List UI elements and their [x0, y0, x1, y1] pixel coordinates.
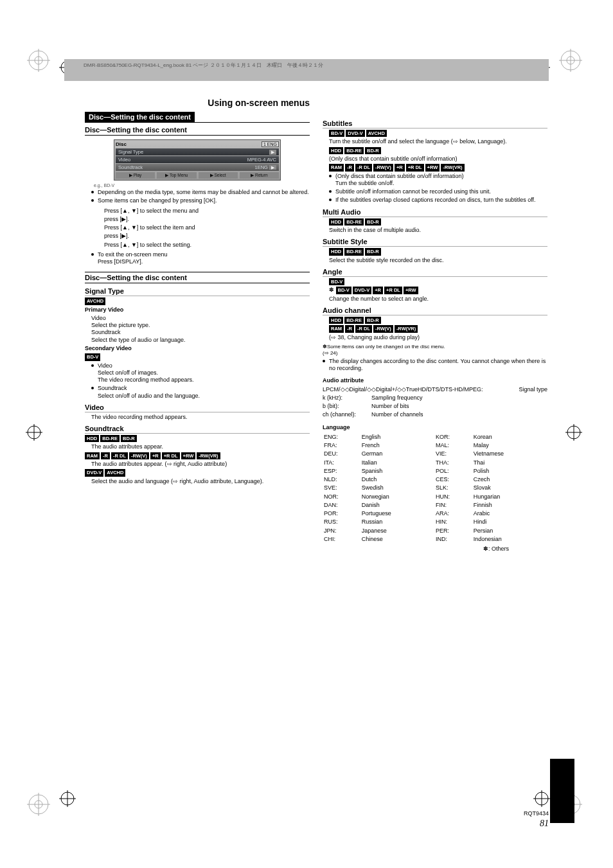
crosshair-ml: [26, 424, 42, 441]
sub-bullet-3: If the subtitles overlap closed captions…: [335, 197, 547, 204]
audio-attr-list: LPCM/◇◇Digital/◇◇Digital+/◇◇TrueHD/DTS/D…: [323, 386, 515, 393]
angle-title: Angle: [323, 268, 547, 277]
mock-lock: 1 ENG: [262, 141, 279, 147]
disc-subtitle: Disc—Setting the disc content: [85, 125, 310, 136]
language-table: ENG:EnglishKOR:KoreanFRA:FrenchMAL:Malay…: [323, 432, 547, 544]
angle-body: Change the number to select an angle.: [323, 296, 547, 303]
mock-title: Disc: [116, 141, 127, 147]
badge-avchd: AVCHD: [85, 297, 105, 305]
audio-channel-body: (⇨ 38, Changing audio during play): [323, 334, 547, 341]
mock-note: e.g., BD-V: [94, 183, 310, 188]
multi-audio-title: Multi Audio: [323, 208, 547, 217]
section-title-right: Using on-screen menus: [85, 98, 310, 108]
secondary-video-body: VideoSelect on/off of images.The video r…: [85, 362, 310, 400]
disc-menu-note: ✽Some items can only be changed on the d…: [323, 344, 547, 357]
soundtrack-line-3: Select the audio and language (⇨ right, …: [85, 478, 310, 485]
right-icon: ▶: [121, 216, 126, 222]
crosshair-bl: [59, 790, 76, 807]
subtitles-title: Subtitles: [323, 120, 547, 128]
sub-bullet-1: (Only discs that contain subtitle on/off…: [335, 173, 547, 188]
video-title: Video: [85, 403, 310, 412]
nav-instructions: Press [▲, ▼] to select the menu and pres…: [85, 208, 310, 249]
crosshair-mr: [565, 424, 582, 441]
secondary-video-title: Secondary Video: [85, 345, 132, 351]
badge-bdv: BD-V: [85, 353, 100, 360]
mock-footer: ▶ Play ▶ Top Menu ▶ Select ▶ Return: [116, 172, 279, 179]
subtitle-style-title: Subtitle Style: [323, 238, 547, 247]
left-column: Using on-screen menus Disc—Setting the d…: [85, 98, 310, 553]
exit-note: To exit the on-screen menu Press [DISPLA…: [98, 251, 310, 266]
disc-black-title: Disc—Setting the disc content: [85, 112, 195, 122]
crosshair-br: [533, 790, 550, 807]
up-down-icon: ▲, ▼: [122, 224, 137, 231]
mock-row-video: VideoMPEG-4 AVC: [116, 156, 279, 163]
up-down-icon: ▲, ▼: [122, 242, 137, 248]
reg-mark-bl: [27, 793, 50, 816]
disc-header-bar: Disc—Setting the disc content: [85, 112, 310, 123]
subtitles-text-2: (Only discs that contain subtitle on/off…: [323, 155, 547, 163]
soundtrack-line-2: The audio attributes appear. (⇨ right, A…: [85, 461, 310, 468]
print-run-header: DMR-BS850&750EG-RQT9434-L_eng.book 81 ペー…: [64, 59, 549, 81]
audio-channel-title: Audio channel: [323, 306, 547, 315]
lang-others: ✽: Others: [323, 545, 547, 553]
page-content: Using on-screen menus Disc—Setting the d…: [85, 98, 547, 553]
subtitle-style-body: Select the subtitle style recorded on th…: [323, 257, 547, 264]
side-black-tab: [550, 759, 574, 823]
reg-mark-tr: [559, 49, 582, 72]
right-column: Subtitles BD-VDVD-VAVCHD Turn the subtit…: [323, 98, 547, 553]
soundtrack-line-1: The audio attributes appear.: [85, 443, 310, 450]
mock-row-signal: Signal Type▶: [116, 148, 279, 155]
note-media-disabled: Depending on the media type, some items …: [98, 189, 310, 196]
note-ok-change: Some items can be changed by pressing [O…: [98, 197, 310, 204]
sub-bullet-2: Subtitle on/off information cannot be re…: [335, 188, 547, 195]
subtitles-text-1: Turn the subtitle on/off and select the …: [323, 138, 547, 145]
audio-attribute-title: Audio attribute: [323, 377, 364, 384]
video-body: The video recording method appears.: [85, 414, 310, 421]
right-icon: ▶: [121, 233, 126, 239]
mock-row-soundtrack: Soundtrack 1ENG ▶: [116, 164, 279, 171]
display-changes-note: The display changes according to the dis…: [329, 358, 547, 373]
disc-content-subhead: Disc—Setting the disc content: [85, 272, 310, 283]
primary-video-title: Primary Video: [85, 306, 123, 313]
page-footer: RQT9434 81: [524, 810, 549, 829]
multi-audio-body: Switch in the case of multiple audio.: [323, 227, 547, 234]
reg-mark-tl: [27, 49, 50, 72]
osd-menu-example: Disc1 ENG Signal Type▶ VideoMPEG-4 AVC S…: [114, 139, 281, 181]
signal-type-title: Signal Type: [85, 287, 310, 296]
signal-type-text: Signal type: [519, 386, 547, 393]
language-title: Language: [323, 424, 350, 430]
primary-video-body: Video Select the picture type. Soundtrac…: [85, 315, 310, 344]
up-down-icon: ▲, ▼: [122, 208, 137, 214]
soundtrack-title: Soundtrack: [85, 425, 310, 434]
